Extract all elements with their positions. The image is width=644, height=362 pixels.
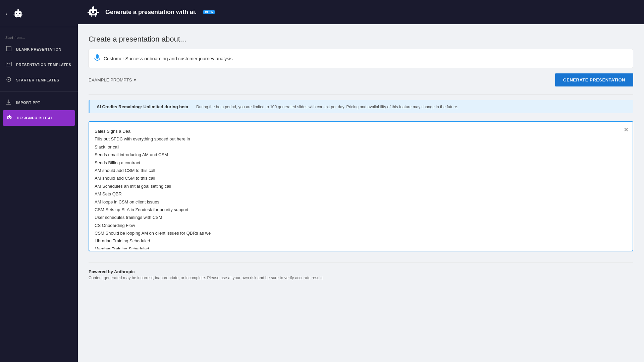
svg-rect-29 [94, 11, 96, 13]
svg-rect-37 [96, 54, 99, 59]
blank-presentation-icon [5, 46, 12, 53]
svg-point-32 [92, 6, 94, 8]
mic-icon [94, 54, 100, 63]
svg-point-5 [17, 9, 19, 10]
svg-rect-22 [9, 118, 10, 119]
section-divider [89, 95, 633, 95]
svg-rect-20 [8, 117, 9, 118]
footer-section: Powered by Anthropic Content generated m… [89, 262, 633, 280]
sidebar-item-presentation-templates[interactable]: PRESENTATION TEMPLATES [0, 57, 78, 72]
svg-rect-27 [89, 9, 97, 15]
svg-rect-0 [15, 11, 21, 17]
textarea-section: ✕ [89, 121, 633, 251]
close-textarea-button[interactable]: ✕ [624, 126, 629, 133]
context-textarea[interactable] [89, 122, 633, 249]
sidebar-nav: Start from... BLANK PRESENTATION PRESENT… [0, 27, 78, 362]
main-content: Create a presentation about... EXAMPLE P… [78, 24, 644, 288]
svg-rect-10 [6, 46, 11, 51]
svg-rect-21 [10, 117, 11, 118]
start-from-label: Start from... [0, 34, 78, 42]
back-button[interactable]: ‹ [5, 10, 7, 17]
example-prompts-button[interactable]: EXAMPLE PROMPTS ▾ [89, 77, 136, 82]
svg-rect-30 [92, 13, 95, 14]
sidebar-item-label: BLANK PRESENTATION [16, 47, 61, 51]
sidebar-header: ‹ [0, 0, 78, 27]
svg-rect-1 [16, 13, 17, 14]
sidebar-item-label: DESIGNER BOT AI [17, 116, 52, 120]
main-header: Generate a presentation with ai. BETA [78, 0, 644, 24]
svg-rect-3 [17, 15, 19, 15]
actions-row: EXAMPLE PROMPTS ▾ GENERATE PRESENTATION [89, 73, 633, 86]
sidebar-item-label: PRESENTATION TEMPLATES [16, 63, 71, 67]
starter-templates-icon [5, 76, 12, 84]
credits-banner: AI Credits Remaining: Unlimited during b… [89, 100, 633, 113]
sidebar-item-blank-presentation[interactable]: BLANK PRESENTATION [0, 42, 78, 57]
credits-label: AI Credits Remaining: Unlimited during b… [97, 104, 188, 109]
svg-rect-28 [91, 11, 92, 13]
section-heading: Create a presentation about... [89, 35, 633, 44]
svg-point-24 [9, 115, 10, 115]
chevron-down-icon: ▾ [134, 77, 136, 82]
main-content-area: Generate a presentation with ai. BETA Cr… [78, 0, 644, 362]
main-header-title: Generate a presentation with ai. [105, 9, 197, 16]
powered-by-label: Powered by Anthropic [89, 269, 633, 274]
presentation-templates-icon [5, 61, 12, 68]
prompt-input-container [89, 49, 633, 68]
generate-presentation-button[interactable]: GENERATE PRESENTATION [555, 73, 633, 86]
svg-rect-12 [7, 63, 8, 64]
beta-badge: BETA [203, 10, 215, 14]
import-ppt-icon [5, 99, 12, 106]
svg-rect-2 [19, 13, 20, 14]
disclaimer-text: Content generated may be incorrect, inap… [89, 276, 633, 280]
designer-bot-ai-icon [6, 114, 13, 122]
svg-point-16 [8, 79, 9, 80]
sidebar-item-import-ppt[interactable]: IMPORT PPT [0, 95, 78, 110]
credits-desc: During the beta period, you are limited … [196, 105, 458, 109]
sidebar-divider [0, 91, 78, 92]
sidebar: ‹ Start from... BLAN [0, 0, 78, 362]
example-prompts-label: EXAMPLE PROMPTS [89, 77, 132, 82]
svg-rect-11 [6, 62, 11, 66]
sidebar-item-label: STARTER TEMPLATES [16, 78, 59, 82]
sidebar-logo [11, 6, 25, 21]
sidebar-item-label: IMPORT PPT [16, 101, 40, 105]
sidebar-item-designer-bot-ai[interactable]: DESIGNER BOT AI [3, 110, 75, 126]
sidebar-item-starter-templates[interactable]: STARTER TEMPLATES [0, 72, 78, 88]
prompt-input[interactable] [104, 56, 628, 61]
header-robot-icon [86, 5, 101, 19]
